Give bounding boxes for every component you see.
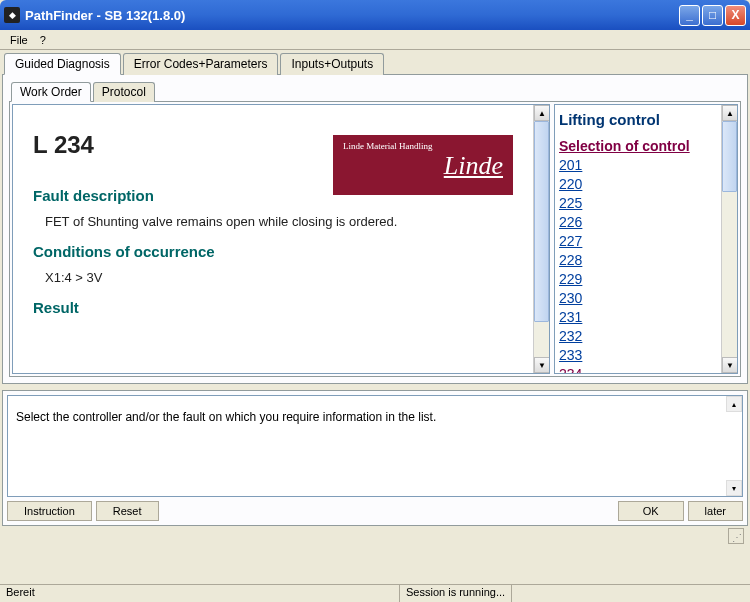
scroll-up-icon[interactable]: ▲ [534, 105, 550, 121]
main-tabs: Guided Diagnosis Error Codes+Parameters … [2, 53, 748, 75]
status-bar: Bereit Session is running... [0, 584, 750, 602]
scroll-down-icon[interactable]: ▼ [534, 357, 550, 373]
maximize-button[interactable]: □ [702, 5, 723, 26]
nav-link-228[interactable]: 228 [559, 251, 733, 270]
control-list-pane: Lifting control Selection of control 201… [554, 104, 738, 374]
scroll-thumb[interactable] [534, 121, 549, 322]
tab-work-order[interactable]: Work Order [11, 82, 91, 102]
nav-subheader[interactable]: Selection of control [559, 138, 733, 154]
logo-big-text: Linde [343, 151, 503, 181]
minimize-button[interactable]: _ [679, 5, 700, 26]
nav-link-233[interactable]: 233 [559, 346, 733, 365]
reset-button[interactable]: Reset [96, 501, 159, 521]
close-button[interactable]: X [725, 5, 746, 26]
nav-link-230[interactable]: 230 [559, 289, 733, 308]
window-title: PathFinder - SB 132(1.8.0) [25, 8, 679, 23]
tab-error-codes[interactable]: Error Codes+Parameters [123, 53, 279, 75]
nav-link-201[interactable]: 201 [559, 156, 733, 175]
scroll-track[interactable] [722, 121, 737, 357]
nav-links: 201220225226227228229230231232233234 [559, 156, 733, 374]
nav-link-229[interactable]: 229 [559, 270, 733, 289]
scroll-up-icon[interactable]: ▴ [726, 396, 742, 412]
scroll-down-icon[interactable]: ▾ [726, 480, 742, 496]
nav-link-226[interactable]: 226 [559, 213, 733, 232]
nav-link-225[interactable]: 225 [559, 194, 733, 213]
nav-link-232[interactable]: 232 [559, 327, 733, 346]
menu-file[interactable]: File [4, 32, 34, 48]
tab-guided-diagnosis[interactable]: Guided Diagnosis [4, 53, 121, 75]
ok-button[interactable]: OK [618, 501, 684, 521]
logo-small-text: Linde Material Handling [343, 141, 503, 151]
result-heading: Result [33, 299, 529, 316]
nav-link-231[interactable]: 231 [559, 308, 733, 327]
status-left: Bereit [0, 585, 400, 602]
scroll-down-icon[interactable]: ▼ [722, 357, 738, 373]
info-scrollbar: ▴ ▾ [726, 396, 742, 496]
tab-protocol[interactable]: Protocol [93, 82, 155, 102]
button-row: Instruction Reset OK later [7, 501, 743, 521]
conditions-text: X1:4 > 3V [45, 270, 529, 285]
nav-link-220[interactable]: 220 [559, 175, 733, 194]
nav-link-227[interactable]: 227 [559, 232, 733, 251]
info-box: Select the controller and/or the fault o… [7, 395, 743, 497]
fault-detail-pane: L 234 Fault description FET of Shunting … [12, 104, 550, 374]
nav-link-234[interactable]: 234 [559, 365, 733, 374]
later-button[interactable]: later [688, 501, 743, 521]
conditions-heading: Conditions of occurrence [33, 243, 529, 260]
app-icon: ◆ [4, 7, 20, 23]
window-controls: _ □ X [679, 5, 746, 26]
tab-inputs-outputs[interactable]: Inputs+Outputs [280, 53, 384, 75]
main-tab-panel: Work Order Protocol L 234 Fault descript… [2, 74, 748, 384]
right-scrollbar[interactable]: ▲ ▼ [721, 105, 737, 373]
menu-bar: File ? [0, 30, 750, 50]
instruction-panel: Select the controller and/or the fault o… [2, 390, 748, 526]
info-text: Select the controller and/or the fault o… [16, 410, 436, 424]
menu-help[interactable]: ? [34, 32, 52, 48]
linde-logo: Linde Material Handling Linde [333, 135, 513, 195]
status-right: Session is running... [400, 585, 512, 602]
scroll-track[interactable] [534, 121, 549, 357]
resize-grip[interactable]: ⋰ [728, 528, 744, 544]
instruction-button[interactable]: Instruction [7, 501, 92, 521]
nav-header: Lifting control [559, 111, 733, 128]
resize-area: ⋰ [2, 526, 748, 544]
work-order-panel: L 234 Fault description FET of Shunting … [9, 101, 741, 377]
scroll-thumb[interactable] [722, 121, 737, 192]
fault-description-text: FET of Shunting valve remains open while… [45, 214, 529, 229]
scroll-up-icon[interactable]: ▲ [722, 105, 738, 121]
title-bar: ◆ PathFinder - SB 132(1.8.0) _ □ X [0, 0, 750, 30]
inner-tabs: Work Order Protocol [9, 82, 741, 102]
left-scrollbar[interactable]: ▲ ▼ [533, 105, 549, 373]
